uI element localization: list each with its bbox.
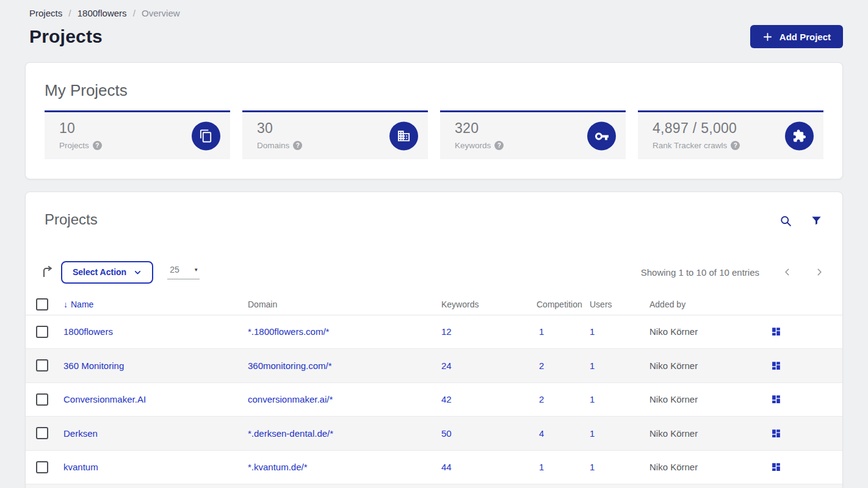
project-name-link[interactable]: Derksen [63, 428, 98, 439]
select-action-dropdown[interactable]: Select Action [61, 261, 153, 284]
row-checkbox[interactable] [36, 461, 48, 473]
table-row: 1800flowers *.1800flowers.com/* 12 1 1 N… [26, 315, 842, 350]
stat-label: Rank Tracker crawls [653, 141, 727, 150]
stat-card-crawls: 4,897 / 5,000 Rank Tracker crawls ? [638, 110, 823, 159]
added-by-text: Niko Körner [649, 361, 771, 371]
row-checkbox[interactable] [36, 359, 48, 371]
table-row: Derksen *.derksen-dental.de/* 50 4 1 Nik… [26, 417, 842, 451]
filter-funnel-icon[interactable] [811, 215, 822, 228]
project-domain-link[interactable]: *.derksen-dental.de/* [248, 428, 333, 439]
projects-copy-icon [192, 122, 220, 151]
building-icon [389, 122, 418, 151]
export-arrow-icon[interactable] [40, 265, 55, 279]
project-domain-link[interactable]: 360monitoring.com/* [248, 361, 332, 371]
stat-label: Keywords [455, 141, 491, 150]
select-action-label: Select Action [73, 267, 126, 277]
competition-count[interactable]: 1 [537, 326, 590, 337]
project-name-link[interactable]: 1800flowers [63, 326, 113, 337]
showing-entries-text: Showing 1 to 10 of 10 entries [641, 267, 759, 278]
users-count[interactable]: 1 [590, 428, 649, 439]
dashboard-grid-icon[interactable] [771, 428, 781, 439]
chevron-right-icon[interactable] [815, 268, 823, 276]
keywords-count[interactable]: 12 [441, 326, 537, 337]
stat-label: Domains [257, 141, 289, 150]
table-row: 360 Monitoring 360monitoring.com/* 24 2 … [26, 349, 842, 383]
keywords-count[interactable]: 44 [441, 462, 537, 472]
chevron-left-icon[interactable] [783, 268, 792, 276]
stat-card-projects: 10 Projects ? [45, 110, 230, 159]
help-icon[interactable]: ? [731, 141, 740, 150]
table-body: 1800flowers *.1800flowers.com/* 12 1 1 N… [26, 315, 842, 485]
chevron-down-icon [134, 268, 142, 276]
column-header-name[interactable]: ↓ Name [63, 300, 248, 309]
page-size-select[interactable]: 25 ▼ [167, 265, 200, 279]
dashboard-grid-icon[interactable] [771, 394, 781, 404]
column-header-added-by[interactable]: Added by [649, 300, 771, 309]
help-icon[interactable]: ? [494, 141, 504, 150]
keywords-count[interactable]: 42 [441, 394, 537, 404]
key-icon [587, 122, 616, 151]
add-project-label: Add Project [779, 32, 831, 42]
project-name-link[interactable]: 360 Monitoring [63, 361, 124, 371]
breadcrumb-1800flowers[interactable]: 1800flowers [78, 8, 127, 18]
dashboard-grid-icon[interactable] [771, 326, 781, 337]
table-header-row: ↓ Name Domain Keywords Competition Users… [26, 295, 842, 315]
my-projects-card: My Projects 10 Projects ? 30 Domains ? [25, 62, 843, 179]
added-by-text: Niko Körner [649, 428, 771, 439]
project-domain-link[interactable]: *.1800flowers.com/* [248, 326, 329, 337]
users-count[interactable]: 1 [590, 462, 649, 472]
row-checkbox[interactable] [36, 427, 48, 439]
stat-label: Projects [59, 141, 89, 150]
help-icon[interactable]: ? [293, 141, 302, 150]
stat-card-domains: 30 Domains ? [242, 110, 428, 159]
competition-count[interactable]: 1 [537, 462, 590, 472]
breadcrumb: Projects / 1800flowers / Overview [29, 8, 839, 18]
project-name-link[interactable]: Conversionmaker.AI [63, 394, 146, 404]
select-all-checkbox[interactable] [36, 298, 48, 310]
caret-down-icon: ▼ [193, 267, 198, 274]
users-count[interactable]: 1 [590, 394, 649, 404]
projects-table: ↓ Name Domain Keywords Competition Users… [26, 295, 842, 488]
title-row: Projects Add Project [29, 25, 839, 48]
page-title: Projects [29, 26, 103, 47]
competition-count[interactable]: 4 [537, 428, 590, 439]
my-projects-title: My Projects [45, 82, 823, 100]
sort-desc-arrow-icon: ↓ [63, 300, 68, 309]
column-header-domain[interactable]: Domain [248, 300, 441, 309]
users-count[interactable]: 1 [590, 361, 649, 371]
stats-row: 10 Projects ? 30 Domains ? [45, 110, 823, 159]
page: Projects / 1800flowers / Overview Projec… [0, 0, 868, 488]
table-row: kvantum *.kvantum.de/* 44 1 1 Niko Körne… [26, 451, 842, 485]
keywords-count[interactable]: 50 [441, 428, 537, 439]
breadcrumb-separator: / [133, 8, 136, 18]
puzzle-icon [785, 122, 814, 151]
table-row-partial [26, 484, 842, 488]
competition-count[interactable]: 2 [537, 394, 590, 404]
project-domain-link[interactable]: *.kvantum.de/* [248, 462, 308, 472]
dashboard-grid-icon[interactable] [771, 462, 781, 472]
competition-count[interactable]: 2 [537, 361, 590, 371]
page-size-value: 25 [170, 265, 179, 274]
dashboard-grid-icon[interactable] [771, 361, 781, 371]
projects-table-title: Projects [45, 211, 98, 228]
breadcrumb-separator: / [68, 8, 71, 18]
row-checkbox[interactable] [36, 326, 48, 338]
project-name-link[interactable]: kvantum [63, 462, 98, 472]
top-header: Projects / 1800flowers / Overview Projec… [25, 0, 843, 48]
column-header-competition[interactable]: Competition [537, 300, 590, 309]
add-project-button[interactable]: Add Project [750, 25, 843, 48]
table-row: Conversionmaker.AI conversionmaker.ai/* … [26, 383, 842, 417]
keywords-count[interactable]: 24 [441, 361, 537, 371]
search-icon[interactable] [779, 215, 792, 228]
table-toolbar: Select Action 25 ▼ Showing 1 to 10 of 10… [26, 261, 842, 284]
column-header-keywords[interactable]: Keywords [441, 300, 537, 309]
column-header-users[interactable]: Users [590, 300, 649, 309]
project-domain-link[interactable]: conversionmaker.ai/* [248, 394, 333, 404]
added-by-text: Niko Körner [649, 462, 771, 472]
breadcrumb-projects[interactable]: Projects [29, 8, 62, 18]
added-by-text: Niko Körner [649, 394, 771, 404]
row-checkbox[interactable] [36, 393, 48, 406]
users-count[interactable]: 1 [590, 326, 649, 337]
help-icon[interactable]: ? [93, 141, 102, 150]
stat-card-keywords: 320 Keywords ? [440, 110, 626, 159]
